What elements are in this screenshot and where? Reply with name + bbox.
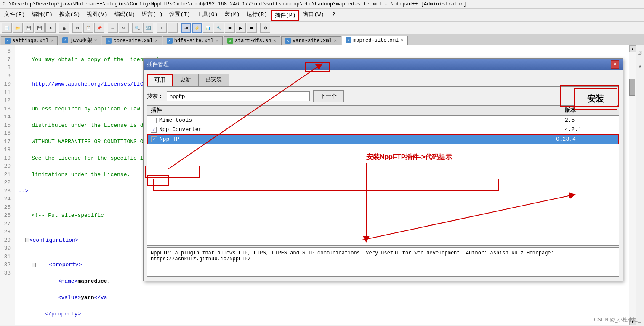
tab-bar: X settings.xml × J java框架 × X core-site.… xyxy=(0,34,644,45)
plugin-name-nppftp: NppFTP xyxy=(160,136,556,142)
toolbar-print[interactable]: 🖨 xyxy=(59,23,69,33)
tab-settings-xml[interactable]: X settings.xml × xyxy=(1,36,58,45)
tab-yarn-site[interactable]: X yarn-site.xml × xyxy=(281,36,341,45)
toolbar-plugin-btn3[interactable]: 🔧 xyxy=(214,23,224,33)
tab-icon-yarn: X xyxy=(285,38,291,44)
tab-icon-mapred: X xyxy=(346,37,351,43)
toolbar-saveall[interactable]: 💾 xyxy=(35,23,45,33)
toolbar-copy[interactable]: 📋 xyxy=(83,23,93,33)
tab-close-java[interactable]: × xyxy=(94,38,98,43)
toolbar-macro-rec[interactable]: ⏺ xyxy=(225,23,235,33)
tab-icon-core: X xyxy=(106,38,112,44)
title-bar: C:\Develop\Develop\java\Notepad++\plugin… xyxy=(0,0,644,9)
plugin-checkbox-nppconverter[interactable]: ✓ xyxy=(151,127,157,133)
search-input[interactable] xyxy=(167,91,310,101)
toolbar-macro-stop[interactable]: ⏹ xyxy=(247,23,257,33)
menu-run[interactable]: 运行(R) xyxy=(244,10,270,21)
toolbar-plugin-btn2[interactable]: 📊 xyxy=(203,23,213,33)
toolbar-save[interactable]: 💾 xyxy=(24,23,34,33)
toolbar-open[interactable]: 📂 xyxy=(13,23,23,33)
tab-close-yarn[interactable]: × xyxy=(334,38,338,43)
menu-file[interactable]: 文件(F) xyxy=(2,10,27,21)
tab-hdfs-site[interactable]: X hdfs-site.xml × xyxy=(163,36,223,45)
next-button[interactable]: 下一个 xyxy=(313,90,344,102)
plugin-version-nppconverter: 4.2.1 xyxy=(565,126,615,133)
tab-label-yarn: yarn-site.xml xyxy=(293,38,332,44)
tab-close-hdfs[interactable]: × xyxy=(215,38,219,43)
menu-tools[interactable]: 工具(O) xyxy=(194,10,220,21)
watermark: CSDN @_小杜小社_ xyxy=(594,316,641,323)
main-area: 6 7 8 9 10 11 12 13 14 15 16 17 18 19 20… xyxy=(0,45,644,325)
menu-window[interactable]: 窗口(W) xyxy=(301,10,326,21)
description-area: NppFTP: a plugin that allows FTP, FTPS, … xyxy=(147,247,619,277)
dialog-titlebar: 插件管理 × xyxy=(144,59,623,70)
install-button[interactable]: 安装 xyxy=(574,88,617,110)
tab-mapred-site[interactable]: X mapred-site.xml × xyxy=(342,36,408,45)
tab-label-mapred: mapred-site.xml xyxy=(353,37,399,43)
toolbar-zoom-out[interactable]: − xyxy=(168,23,178,33)
dialog-title: 插件管理 xyxy=(147,61,169,68)
tab-icon-java: J xyxy=(62,37,68,43)
toolbar-paste[interactable]: 📌 xyxy=(94,23,104,33)
dialog-tab-update[interactable]: 更新 xyxy=(173,74,198,86)
toolbar-extra[interactable]: ⚙ xyxy=(260,23,270,33)
search-row: 搜索： 下一个 xyxy=(147,90,619,102)
plugin-version-mimetools: 2.5 xyxy=(565,117,615,123)
dialog-body: 可用 更新 已安装 搜索： 下一个 插件 版本 xyxy=(144,70,623,280)
tab-icon-settings: X xyxy=(5,38,11,44)
tab-icon-startdfs: S xyxy=(227,38,233,44)
toolbar-find[interactable]: 🔍 xyxy=(132,23,142,33)
plugin-list: Mime tools 2.5 ✓ Npp Converter 4.2.1 ✓ N… xyxy=(147,115,619,246)
toolbar-replace[interactable]: 🔄 xyxy=(143,23,153,33)
toolbar-indent[interactable]: ⇥ xyxy=(181,23,191,33)
dialog-tabs: 可用 更新 已安装 xyxy=(147,74,619,87)
tab-label-hdfs: hdfs-site.xml xyxy=(174,38,214,44)
toolbar: 📄 📂 💾 💾 ✕ 🖨 ✂ 📋 📌 ↩ ↪ 🔍 🔄 + − ⇥ ⚡ 📊 🔧 ⏺ … xyxy=(0,22,644,34)
toolbar-plugin-btn1[interactable]: ⚡ xyxy=(192,23,202,33)
description-text: NppFTP: a plugin that allows FTP, FTPS, … xyxy=(151,250,554,262)
search-label: 搜索： xyxy=(147,92,163,100)
plugin-checkbox-mimetools[interactable] xyxy=(151,118,157,123)
menu-search[interactable]: 搜索(S) xyxy=(57,10,82,21)
menu-view[interactable]: 视图(V) xyxy=(84,10,110,21)
plugin-row-nppftp[interactable]: ✓ NppFTP 0.28.4 xyxy=(147,134,619,144)
menu-edit[interactable]: 编辑(E) xyxy=(29,10,55,21)
toolbar-redo[interactable]: ↪ xyxy=(119,23,129,33)
tab-close-settings[interactable]: × xyxy=(50,38,54,43)
tab-java-framework[interactable]: J java框架 × xyxy=(59,35,101,45)
plugin-row-mimetools[interactable]: Mime tools 2.5 xyxy=(147,116,619,125)
tab-close-core[interactable]: × xyxy=(154,38,158,43)
toolbar-zoom-in[interactable]: + xyxy=(157,23,167,33)
tab-label-core: core-site.xml xyxy=(113,38,153,44)
dialog-overlay: 插件管理 × 可用 更新 已安装 搜索： 下一个 xyxy=(0,45,644,325)
plugin-name-mimetools: Mime tools xyxy=(159,117,565,123)
tab-label-java: java框架 xyxy=(70,37,92,44)
plugin-list-header: 插件 版本 xyxy=(147,105,619,115)
menu-settings[interactable]: 设置(T) xyxy=(167,10,192,21)
tab-close-mapred[interactable]: × xyxy=(400,38,404,43)
dialog-close-button[interactable]: × xyxy=(611,60,619,69)
annotation-label: 安装NppFTP插件->代码提示 xyxy=(366,153,452,162)
tab-icon-hdfs: X xyxy=(167,38,173,44)
tab-core-site[interactable]: X core-site.xml × xyxy=(102,36,162,45)
menu-bar: 文件(F) 编辑(E) 搜索(S) 视图(V) 编码(N) 语言(L) 设置(T… xyxy=(0,9,644,22)
plugin-checkbox-nppftp[interactable]: ✓ xyxy=(151,136,157,142)
tab-start-dfs[interactable]: S start-dfs.sh × xyxy=(224,36,280,45)
dialog-tab-installed[interactable]: 已安装 xyxy=(198,74,229,86)
menu-help[interactable]: ？ xyxy=(328,10,339,21)
toolbar-macro-play[interactable]: ▶ xyxy=(236,23,246,33)
plugin-version-nppftp: 0.28.4 xyxy=(556,136,607,142)
toolbar-undo[interactable]: ↩ xyxy=(108,23,118,33)
toolbar-new[interactable]: 📄 xyxy=(2,23,12,33)
col-header-plugin: 插件 xyxy=(151,107,565,114)
menu-macro[interactable]: 宏(M) xyxy=(222,10,242,21)
toolbar-cut[interactable]: ✂ xyxy=(72,23,82,33)
toolbar-close[interactable]: ✕ xyxy=(45,23,56,33)
dialog-tab-available[interactable]: 可用 xyxy=(147,74,173,86)
menu-plugins[interactable]: 插件(P) xyxy=(271,10,299,21)
menu-encode[interactable]: 编码(N) xyxy=(112,10,138,21)
plugin-row-nppconverter[interactable]: ✓ Npp Converter 4.2.1 xyxy=(147,125,619,134)
menu-lang[interactable]: 语言(L) xyxy=(139,10,165,21)
tab-close-startdfs[interactable]: × xyxy=(273,38,277,43)
title-text: C:\Develop\Develop\java\Notepad++\plugin… xyxy=(3,1,466,7)
